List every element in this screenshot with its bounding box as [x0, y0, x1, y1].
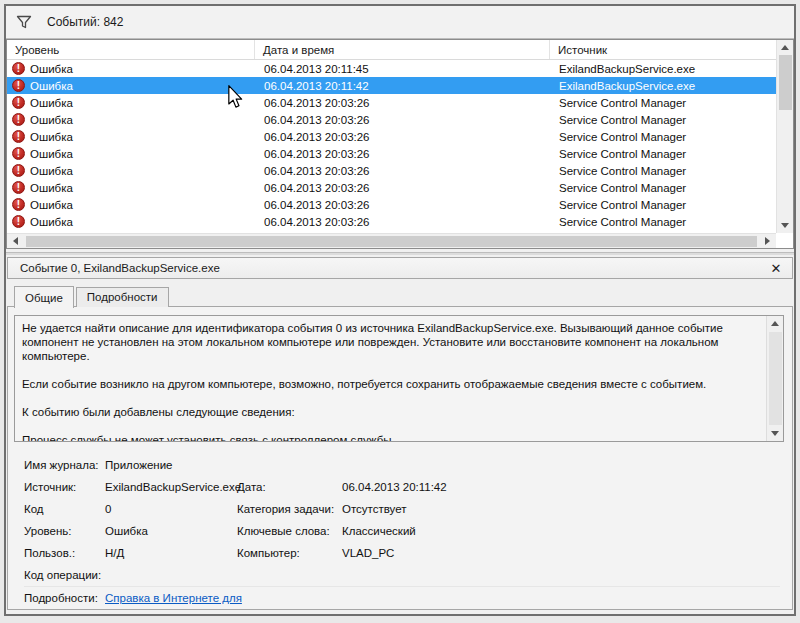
- row-level: Ошибка: [30, 216, 73, 228]
- tab-general[interactable]: Общие: [14, 286, 74, 308]
- row-level: Ошибка: [30, 63, 73, 75]
- row-datetime: 06.04.2013 20:11:42: [255, 77, 550, 94]
- scroll-left-icon[interactable]: [7, 234, 24, 249]
- table-vertical-scrollbar[interactable]: [776, 40, 793, 233]
- scroll-down-icon[interactable]: [777, 218, 794, 233]
- event-detail-panel: Событие 0, ExilandBackupService.exe ✕ Об…: [6, 257, 794, 614]
- description-scrollbar-thumb[interactable]: [769, 332, 782, 425]
- code-label: Код: [24, 503, 105, 515]
- row-datetime: 06.04.2013 20:03:26: [255, 179, 550, 196]
- row-level: Ошибка: [30, 114, 73, 126]
- field-row-log-name: Имя журнала: Приложение: [24, 454, 780, 476]
- horizontal-scrollbar-thumb[interactable]: [26, 236, 757, 247]
- table-row[interactable]: ! Ошибка 06.04.2013 20:03:26 Service Con…: [7, 128, 776, 145]
- error-icon: !: [12, 113, 25, 126]
- events-toolbar: Событий: 842: [6, 6, 794, 39]
- code-value: 0: [105, 503, 237, 515]
- scroll-up-icon[interactable]: [777, 40, 794, 55]
- computer-value: VLAD_PC: [342, 547, 780, 559]
- table-row[interactable]: ! Ошибка 06.04.2013 20:03:26 Service Con…: [7, 196, 776, 213]
- error-icon: !: [12, 164, 25, 177]
- table-row[interactable]: ! Ошибка 06.04.2013 20:11:42 ExilandBack…: [7, 77, 776, 94]
- scroll-up-icon[interactable]: [767, 316, 784, 331]
- keywords-value: Классический: [342, 525, 780, 537]
- filter-icon: [16, 15, 32, 30]
- user-label: Пользов.:: [24, 547, 105, 559]
- error-icon: !: [12, 215, 25, 228]
- field-row-code: Код 0 Категория задачи: Отсутствует: [24, 498, 780, 520]
- table-row[interactable]: ! Ошибка 06.04.2013 20:03:26 Service Con…: [7, 145, 776, 162]
- scroll-right-icon[interactable]: [759, 234, 776, 249]
- table-row[interactable]: ! Ошибка 06.04.2013 20:03:26 Service Con…: [7, 179, 776, 196]
- row-source: Service Control Manager: [550, 128, 776, 145]
- user-value: Н/Д: [105, 547, 237, 559]
- column-header-datetime[interactable]: Дата и время: [255, 40, 550, 59]
- error-icon: !: [12, 181, 25, 194]
- date-value: 06.04.2013 20:11:42: [342, 481, 780, 493]
- row-level: Ошибка: [30, 199, 73, 211]
- vertical-scrollbar-thumb[interactable]: [779, 55, 792, 110]
- table-rows: ! Ошибка 06.04.2013 20:11:45 ExilandBack…: [7, 60, 776, 233]
- source-value: ExilandBackupService.exe: [105, 481, 237, 493]
- row-source: Service Control Manager: [550, 94, 776, 111]
- event-list-header: Уровень Дата и время Источник: [7, 40, 776, 60]
- table-row[interactable]: ! Ошибка 06.04.2013 20:03:26 Service Con…: [7, 213, 776, 230]
- description-scrollbar[interactable]: [766, 316, 783, 441]
- row-level: Ошибка: [30, 131, 73, 143]
- table-row[interactable]: ! Ошибка 06.04.2013 20:03:26 Service Con…: [7, 111, 776, 128]
- error-icon: !: [12, 62, 25, 75]
- table-row[interactable]: ! Ошибка 06.04.2013 20:03:26 Service Con…: [7, 94, 776, 111]
- row-datetime: 06.04.2013 20:03:26: [255, 145, 550, 162]
- field-row-details: Подробности: Справка в Интернете для: [24, 586, 780, 608]
- row-level: Ошибка: [30, 80, 73, 92]
- task-category-label: Категория задачи:: [237, 503, 342, 515]
- error-icon: !: [12, 198, 25, 211]
- event-log-online-help-link[interactable]: Справка в Интернете для: [105, 592, 242, 604]
- source-label: Источник:: [24, 481, 105, 493]
- tab-details[interactable]: Подробности: [76, 287, 169, 307]
- event-detail-titlebar: Событие 0, ExilandBackupService.exe ✕: [7, 257, 793, 279]
- row-source: Service Control Manager: [550, 196, 776, 213]
- level-label: Уровень:: [24, 525, 105, 537]
- event-list: Уровень Дата и время Источник ! Ошибка 0…: [6, 39, 794, 249]
- level-value: Ошибка: [105, 525, 237, 537]
- event-description: Не удается найти описание для идентифика…: [15, 318, 766, 441]
- row-datetime: 06.04.2013 20:03:26: [255, 162, 550, 179]
- error-icon: !: [12, 130, 25, 143]
- scroll-down-icon[interactable]: [767, 426, 784, 441]
- error-icon: !: [12, 79, 25, 92]
- table-row[interactable]: ! Ошибка 06.04.2013 20:03:26 Service Con…: [7, 162, 776, 179]
- field-row-level: Уровень: Ошибка Ключевые слова: Классиче…: [24, 520, 780, 542]
- row-datetime: 06.04.2013 20:03:26: [255, 196, 550, 213]
- column-header-source[interactable]: Источник: [550, 40, 776, 59]
- task-category-value: Отсутствует: [342, 503, 780, 515]
- row-source: ExilandBackupService.exe: [550, 77, 776, 94]
- error-icon: !: [12, 147, 25, 160]
- row-datetime: 06.04.2013 20:03:26: [255, 111, 550, 128]
- row-level: Ошибка: [30, 97, 73, 109]
- close-icon[interactable]: ✕: [768, 261, 784, 276]
- table-row[interactable]: ! Ошибка 06.04.2013 20:11:45 ExilandBack…: [7, 60, 776, 77]
- event-detail-tabs: Общие Подробности: [7, 282, 793, 307]
- event-description-box[interactable]: Не удается найти описание для идентифика…: [14, 315, 784, 442]
- row-source: ExilandBackupService.exe: [550, 60, 776, 77]
- field-row-user: Пользов.: Н/Д Компьютер: VLAD_PC: [24, 542, 780, 564]
- pane-splitter[interactable]: [6, 249, 794, 257]
- row-level: Ошибка: [30, 182, 73, 194]
- event-properties: Имя журнала: Приложение Источник: Exilan…: [24, 454, 780, 608]
- events-count-label: Событий: 842: [47, 15, 123, 29]
- table-horizontal-scrollbar[interactable]: [7, 233, 776, 248]
- error-icon: !: [12, 96, 25, 109]
- row-level: Ошибка: [30, 165, 73, 177]
- opcode-label: Код операции:: [24, 569, 105, 581]
- date-label: Дата:: [237, 481, 342, 493]
- keywords-label: Ключевые слова:: [237, 525, 342, 537]
- log-name-value: Приложение: [105, 459, 237, 471]
- row-source: Service Control Manager: [550, 162, 776, 179]
- column-header-level[interactable]: Уровень: [7, 40, 255, 59]
- field-row-opcode: Код операции:: [24, 564, 780, 586]
- row-source: Service Control Manager: [550, 213, 776, 230]
- tab-panel-general: Не удается найти описание для идентифика…: [7, 306, 793, 610]
- row-datetime: 06.04.2013 20:03:26: [255, 128, 550, 145]
- row-source: Service Control Manager: [550, 179, 776, 196]
